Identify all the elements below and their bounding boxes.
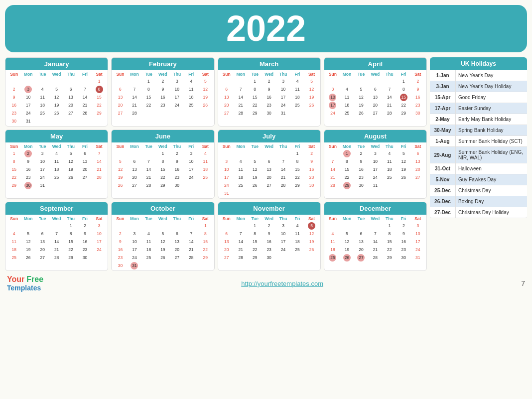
empty-cell: [141, 149, 155, 157]
day-cell: 3: [35, 149, 49, 157]
month-block-november: NovemberSunMonTueWedThuFriSat12345678910…: [218, 202, 321, 271]
day-cell: 1: [7, 149, 21, 157]
day-cell: 23: [262, 246, 276, 254]
day-cell: 21: [128, 101, 141, 109]
day-cell: 1: [290, 149, 304, 157]
empty-cell: [49, 222, 63, 230]
days-grid: 1234567891011121314151617181920212223242…: [326, 77, 425, 117]
month-header: October: [112, 202, 214, 215]
logo-free: Free: [26, 275, 43, 284]
day-header-sun: Sun: [220, 216, 234, 222]
day-cell: 13: [354, 238, 368, 246]
day-cell: 18: [7, 246, 21, 254]
day-header-sat: Sat: [198, 71, 212, 77]
day-cell: 6: [170, 230, 184, 238]
day-header-tue: Tue: [354, 143, 368, 149]
days-grid: 1234567891011121314151617181920212223242…: [113, 222, 212, 269]
day-cell: 27: [35, 254, 49, 262]
holiday-name: Spring Bank Holiday: [456, 125, 527, 135]
month-grid: SunMonTueWedThuFriSat1234567891011121314…: [5, 215, 108, 263]
day-cell: 7: [141, 157, 155, 165]
month-block-april: AprilSunMonTueWedThuFriSat12345678910111…: [324, 57, 427, 127]
day-cell: 25: [234, 181, 248, 189]
day-cell: 26: [354, 109, 368, 117]
day-cell: 14: [141, 165, 155, 173]
day-cell: 14: [326, 165, 340, 173]
day-cell: 22: [383, 246, 397, 254]
month-grid: SunMonTueWedThuFriSat1234567891011121314…: [218, 142, 320, 198]
day-cell: 21: [92, 165, 106, 173]
empty-cell: [368, 77, 382, 85]
day-cell: 30: [262, 254, 276, 262]
days-grid: 1234567891011121314151617181920212223242…: [113, 149, 212, 189]
day-cell: 16: [304, 165, 318, 173]
day-cell: 19: [64, 165, 78, 173]
day-cell: 10: [276, 85, 290, 93]
day-header-tue: Tue: [248, 143, 262, 149]
day-cell: 12: [354, 93, 368, 101]
day-cell: 23: [113, 254, 127, 262]
day-cell: 9: [170, 157, 184, 165]
holiday-name: Easter Sunday: [456, 103, 527, 114]
day-cell: 26: [248, 181, 262, 189]
day-cell: 1: [383, 222, 397, 230]
day-header-wed: Wed: [368, 143, 382, 149]
day-cell: 28: [49, 254, 63, 262]
day-cell: 18: [290, 238, 304, 246]
day-cell: 31: [220, 189, 234, 197]
day-header-fri: Fri: [397, 71, 410, 77]
empty-cell: [368, 222, 382, 230]
footer-url[interactable]: http://yourfreetemplates.com: [241, 280, 323, 287]
holiday-date: 17-Apr: [430, 103, 456, 114]
month-header: March: [218, 58, 320, 70]
day-cell: 23: [21, 173, 35, 181]
day-cell: 28: [326, 181, 340, 189]
day-cell: 19: [354, 101, 368, 109]
day-header-sun: Sun: [113, 216, 127, 222]
empty-cell: [354, 222, 368, 230]
days-grid: 1234567891011121314151617181920212223242…: [220, 222, 319, 262]
day-cell: 13: [220, 93, 234, 101]
day-cell: 9: [262, 230, 276, 238]
day-cell: 10: [326, 93, 340, 101]
day-cell: 9: [397, 230, 410, 238]
day-cell: 25: [198, 173, 212, 181]
day-cell: 30: [7, 117, 21, 125]
day-cell: 28: [234, 109, 248, 117]
day-cell: 17: [21, 101, 35, 109]
empty-cell: [184, 222, 198, 230]
holiday-date: 1-Aug: [430, 136, 456, 146]
day-cell: 4: [290, 77, 304, 85]
holiday-date: 30-May: [430, 125, 456, 135]
empty-cell: [113, 77, 127, 85]
day-cell: 5: [64, 149, 78, 157]
empty-cell: [21, 77, 35, 85]
day-cell: 27: [78, 173, 92, 181]
days-grid: 1234567891011121314151617181920212223242…: [7, 149, 106, 189]
day-cell: 31: [368, 181, 382, 189]
day-cell: 24: [326, 109, 340, 117]
holiday-date: 31-Oct: [430, 163, 456, 174]
day-cell: 23: [7, 109, 21, 117]
empty-cell: [220, 222, 234, 230]
day-cell: 30: [113, 262, 127, 269]
months-row-1: JanuarySunMonTueWedThuFriSat123456789101…: [5, 57, 427, 127]
holidays-sidebar: UK Holidays 1-JanNew Year's Day3-JanNew …: [430, 57, 527, 271]
month-header: August: [324, 130, 426, 142]
days-grid: 1234567891011121314151617181920212223242…: [220, 77, 319, 117]
holidays-header: UK Holidays: [430, 57, 527, 70]
day-cell: 15: [248, 238, 262, 246]
day-header-tue: Tue: [141, 143, 155, 149]
day-cell: 27: [113, 109, 127, 117]
holiday-row: 25-DecChristmas Day: [430, 185, 527, 196]
day-cell: 18: [340, 101, 354, 109]
day-cell: 27: [368, 109, 382, 117]
day-cell: 12: [304, 85, 318, 93]
day-cell: 30: [21, 181, 35, 189]
day-cell: 31: [35, 181, 49, 189]
day-cell: 4: [49, 149, 63, 157]
day-header-sun: Sun: [113, 71, 127, 77]
day-cell: 28: [234, 254, 248, 262]
holiday-date: 3-Jan: [430, 81, 456, 92]
day-cell: 5: [156, 230, 170, 238]
